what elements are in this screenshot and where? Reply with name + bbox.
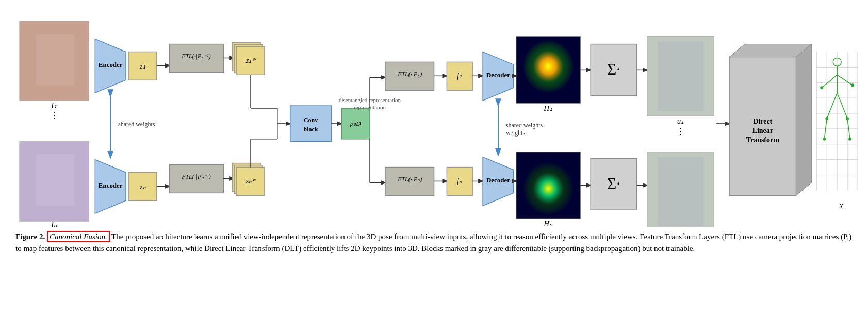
svg-point-31: [848, 138, 851, 141]
encoder2-label: Encoder: [99, 181, 123, 189]
z1-label: z₁: [139, 62, 145, 70]
svg-line-20: [822, 75, 837, 88]
idots-label: ⋮: [50, 111, 58, 120]
u1-label: u₁: [677, 117, 684, 125]
p3d-label: p₃D: [350, 120, 361, 127]
x-label: x: [839, 201, 843, 210]
sigma1-symbol: Σ·: [607, 60, 621, 78]
photon-bg: [658, 157, 704, 226]
zn-label: zₙ: [139, 183, 145, 191]
encoder1-label: Encoder: [99, 61, 123, 69]
svg-line-23: [837, 93, 847, 119]
decoder1-label: Decoder: [486, 71, 510, 79]
ftln-label: FTL(·|Pₙ⁻¹): [181, 173, 211, 180]
figure-number: Figure 2.: [15, 232, 45, 241]
znw-label: zₙʷ: [245, 177, 257, 185]
shared-weights-right-label2: weights: [506, 129, 525, 137]
svg-point-28: [825, 117, 828, 120]
caption-area: Figure 2. Canonical Fusion. The proposed…: [10, 227, 858, 259]
shared-weights-right-label: shared weights: [506, 122, 543, 129]
caption-text: The proposed architecture learns a unifi…: [15, 232, 851, 253]
heatmap1-fill: [516, 37, 580, 103]
udots-label: ⋮: [677, 127, 684, 136]
svg-rect-1: [36, 34, 75, 86]
svg-point-29: [846, 117, 849, 120]
dlt-label3: Transform: [746, 136, 779, 144]
caption-title: Canonical Fusion.: [47, 231, 110, 242]
f1-label: f₁: [457, 72, 462, 80]
diagram-svg: I₁ ⋮ Iₙ Encoder Encoder shared weights z…: [10, 5, 858, 227]
svg-rect-3: [36, 155, 75, 206]
h1-label: H₁: [543, 104, 552, 112]
svg-point-30: [823, 138, 826, 141]
in-label: Iₙ: [51, 220, 57, 227]
i1-label: I₁: [51, 101, 57, 110]
conv-block-label1: Conv: [304, 116, 318, 124]
z1w-label: z₁ʷ: [245, 57, 257, 64]
svg-point-27: [851, 83, 854, 87]
diagram-area: I₁ ⋮ Iₙ Encoder Encoder shared weights z…: [10, 5, 858, 227]
sigman-symbol: Σ·: [607, 175, 621, 193]
svg-point-26: [820, 86, 823, 89]
decodern-label: Decoder: [486, 176, 510, 184]
main-container: I₁ ⋮ Iₙ Encoder Encoder shared weights z…: [0, 0, 868, 264]
heatmapn-fill: [516, 152, 580, 219]
ftl1r-label: FTL(·|P₁): [397, 71, 422, 78]
photo1-bg: [658, 42, 704, 111]
hn-label: Hₙ: [543, 220, 553, 227]
ftlnr-label: FTL(·|Pₙ): [397, 176, 422, 183]
dlt-right: [796, 44, 812, 196]
conv-block-label2: block: [304, 126, 318, 133]
dlt-label1: Direct: [753, 118, 772, 125]
svg-line-22: [827, 93, 837, 119]
shared-weights-left-label: shared weights: [118, 121, 155, 128]
fn-label: fₙ: [457, 177, 462, 185]
3d-skeleton: [816, 52, 858, 191]
dlt-label2: Linear: [752, 127, 773, 135]
svg-line-21: [837, 75, 853, 85]
ftl1-label: FTL(·|P₁⁻¹): [181, 53, 211, 60]
